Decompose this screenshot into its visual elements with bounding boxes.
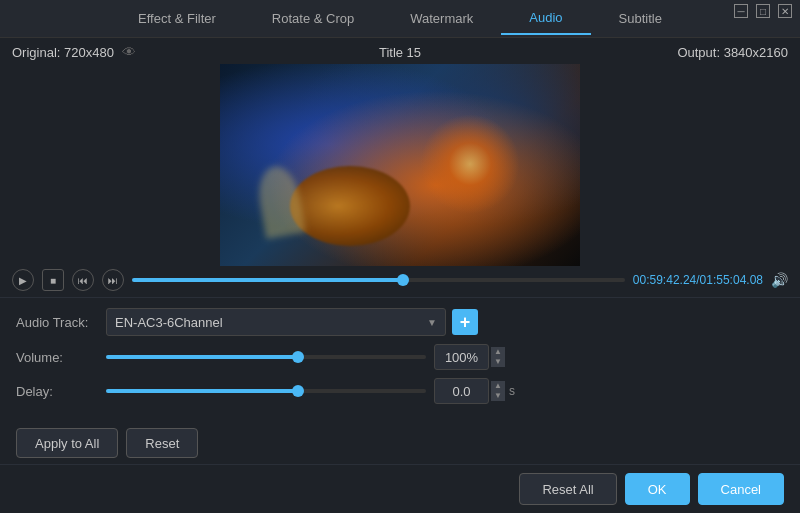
video-header: Original: 720x480 👁 Title 15 Output: 384… — [0, 38, 800, 66]
tab-audio[interactable]: Audio — [501, 2, 590, 35]
delay-fill — [106, 389, 298, 393]
volume-fill — [106, 355, 298, 359]
maximize-button[interactable]: □ — [756, 4, 770, 18]
footer: Reset All OK Cancel — [0, 464, 800, 513]
time-display: 00:59:42.24/01:55:04.08 — [633, 273, 763, 287]
cancel-button[interactable]: Cancel — [698, 473, 784, 505]
delay-value: 0.0 — [452, 384, 470, 399]
original-resolution: Original: 720x480 — [12, 45, 114, 60]
dropdown-arrow-icon: ▼ — [427, 317, 437, 328]
reset-button[interactable]: Reset — [126, 428, 198, 458]
video-glow — [420, 114, 520, 214]
video-preview — [220, 64, 580, 266]
settings-panel: Audio Track: EN-AC3-6Channel ▼ + Volume:… — [0, 297, 800, 420]
delay-unit: s — [509, 384, 515, 398]
ok-button[interactable]: OK — [625, 473, 690, 505]
audio-track-label: Audio Track: — [16, 315, 106, 330]
tab-rotate-crop[interactable]: Rotate & Crop — [244, 3, 382, 34]
volume-slider[interactable] — [106, 355, 426, 359]
audio-track-value: EN-AC3-6Channel — [115, 315, 223, 330]
delay-down-button[interactable]: ▼ — [491, 391, 505, 401]
tab-watermark[interactable]: Watermark — [382, 3, 501, 34]
audio-track-select[interactable]: EN-AC3-6Channel ▼ — [106, 308, 446, 336]
delay-spinners[interactable]: ▲ ▼ — [491, 381, 505, 401]
volume-value-box: 100% — [434, 344, 489, 370]
progress-track[interactable] — [132, 278, 625, 282]
original-label-group: Original: 720x480 👁 — [12, 44, 136, 60]
reset-all-button[interactable]: Reset All — [519, 473, 616, 505]
video-planet — [290, 166, 410, 246]
progress-thumb[interactable] — [397, 274, 409, 286]
tab-bar: Effect & Filter Rotate & Crop Watermark … — [0, 0, 800, 38]
tab-subtitle[interactable]: Subtitle — [591, 3, 690, 34]
volume-icon[interactable]: 🔊 — [771, 272, 788, 288]
volume-label: Volume: — [16, 350, 106, 365]
delay-label: Delay: — [16, 384, 106, 399]
volume-spinners[interactable]: ▲ ▼ — [491, 347, 505, 367]
video-area — [0, 66, 800, 263]
title-bar: ─ □ ✕ — [726, 0, 800, 22]
controls-bar: ▶ ■ ⏮ ⏭ 00:59:42.24/01:55:04.08 🔊 — [0, 263, 800, 297]
minimize-button[interactable]: ─ — [734, 4, 748, 18]
progress-fill — [132, 278, 403, 282]
close-button[interactable]: ✕ — [778, 4, 792, 18]
audio-track-row: Audio Track: EN-AC3-6Channel ▼ + — [16, 308, 784, 336]
eye-icon[interactable]: 👁 — [122, 44, 136, 60]
volume-down-button[interactable]: ▼ — [491, 357, 505, 367]
delay-slider[interactable] — [106, 389, 426, 393]
play-button[interactable]: ▶ — [12, 269, 34, 291]
tab-effect-filter[interactable]: Effect & Filter — [110, 3, 244, 34]
delay-thumb[interactable] — [292, 385, 304, 397]
volume-value: 100% — [445, 350, 478, 365]
add-audio-track-button[interactable]: + — [452, 309, 478, 335]
video-title: Title 15 — [379, 45, 421, 60]
next-button[interactable]: ⏭ — [102, 269, 124, 291]
delay-up-button[interactable]: ▲ — [491, 381, 505, 391]
main-content: Original: 720x480 👁 Title 15 Output: 384… — [0, 38, 800, 513]
stop-button[interactable]: ■ — [42, 269, 64, 291]
output-resolution: Output: 3840x2160 — [677, 45, 788, 60]
volume-row: Volume: 100% ▲ ▼ — [16, 344, 784, 370]
volume-up-button[interactable]: ▲ — [491, 347, 505, 357]
apply-to-all-button[interactable]: Apply to All — [16, 428, 118, 458]
delay-value-box: 0.0 — [434, 378, 489, 404]
prev-button[interactable]: ⏮ — [72, 269, 94, 291]
delay-row: Delay: 0.0 ▲ ▼ s — [16, 378, 784, 404]
action-row: Apply to All Reset — [0, 420, 800, 464]
volume-thumb[interactable] — [292, 351, 304, 363]
